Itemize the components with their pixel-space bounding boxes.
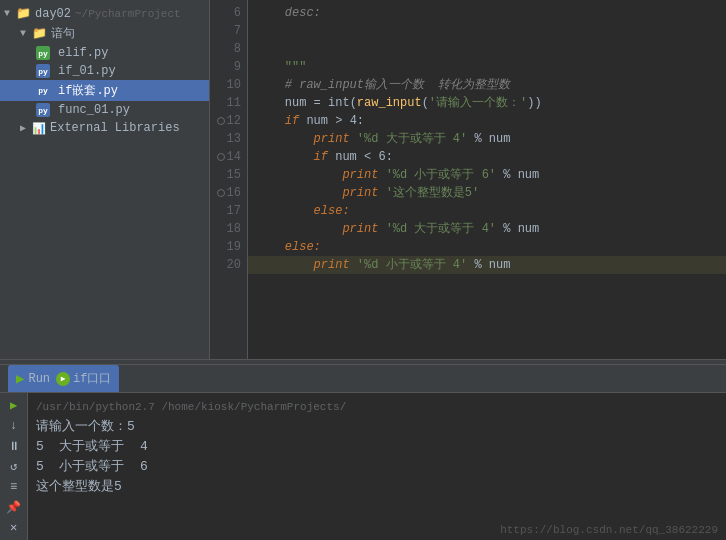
run-output: /usr/bin/python2.7 /home/kiosk/PycharmPr… [28, 393, 726, 524]
code-11-g: )) [527, 94, 541, 112]
code-line-15: print '%d 小于或等于 6' % num [248, 166, 726, 184]
code-9-text: """ [256, 58, 306, 76]
run-settings-btn[interactable]: ≡ [4, 479, 24, 495]
code-13-print: print [256, 130, 357, 148]
run-tab-label: Run [28, 372, 50, 386]
code-20-print: print [256, 256, 357, 274]
code-line-10: # raw_input输入一个数 转化为整型数 [248, 76, 726, 94]
run-tab-run-icon: ▶ [56, 372, 73, 386]
code-line-18: print '%d 大于或等于 4' % num [248, 220, 726, 238]
code-15-op: % num [496, 166, 539, 184]
code-14-if: if [256, 148, 335, 166]
ln-13: 13 [210, 130, 247, 148]
code-line-17: else: [248, 202, 726, 220]
line-numbers: 6 7 8 9 10 11 12 13 14 15 16 17 18 1 [210, 0, 248, 359]
extlibs-label: External Libraries [50, 121, 180, 135]
run-panel: ▶ Run ▶ if口口 ▶ ↓ ⏸ ↺ ≡ 📌 ✕ /usr/bin/pyth… [0, 365, 726, 540]
ln-11: 11 [210, 94, 247, 112]
code-11-e: ( [422, 94, 429, 112]
code-line-12: if num > 4: [248, 112, 726, 130]
run-output-0: 请输入一个数：5 [36, 417, 718, 437]
root-folder-icon: 📁 [16, 6, 31, 21]
elif-icon: py [36, 46, 50, 60]
run-watermark: https://blog.csdn.net/qq_38622229 [28, 524, 726, 540]
run-play-btn[interactable]: ▶ [4, 397, 24, 413]
ifembed-icon: py [36, 84, 50, 98]
sidebar-root[interactable]: ▼ 📁 day02 ~/PycharmProject [0, 4, 209, 23]
sentences-folder-icon: 📁 [32, 26, 47, 41]
code-13-op: % num [467, 130, 510, 148]
run-close-btn[interactable]: ✕ [4, 520, 24, 536]
sidebar-item-func01[interactable]: py func_01.py [0, 101, 209, 119]
ln-19: 19 [210, 238, 247, 256]
ln-8: 8 [210, 40, 247, 58]
sidebar-item-sentences[interactable]: ▼ 📁 谙句 [0, 23, 209, 44]
sidebar-item-if01[interactable]: py if_01.py [0, 62, 209, 80]
sidebar-item-elif[interactable]: py elif.py [0, 44, 209, 62]
code-line-19: else: [248, 238, 726, 256]
code-16-print: print [256, 184, 386, 202]
elif-label: elif.py [58, 46, 108, 60]
run-output-area: /usr/bin/python2.7 /home/kiosk/PycharmPr… [28, 393, 726, 540]
ln-7: 7 [210, 22, 247, 40]
code-area: 6 7 8 9 10 11 12 13 14 15 16 17 18 1 [210, 0, 726, 359]
run-pause-btn[interactable]: ⏸ [4, 438, 24, 454]
code-11-c: ( [350, 94, 357, 112]
ln-6: 6 [210, 4, 247, 22]
code-line-11: num = int(raw_input('请输入一个数：')) [248, 94, 726, 112]
ln-14: 14 [210, 148, 247, 166]
code-line-16: print '这个整型数是5' [248, 184, 726, 202]
code-18-op: % num [496, 220, 539, 238]
run-tab[interactable]: ▶ Run ▶ if口口 [8, 365, 119, 392]
ln-12-marker [217, 117, 225, 125]
if01-icon: py [36, 64, 50, 78]
ln-12: 12 [210, 112, 247, 130]
run-down-btn[interactable]: ↓ [4, 417, 24, 433]
code-6-text: desc: [256, 4, 321, 22]
code-11-d: raw_input [357, 94, 422, 112]
run-output-2: 5 小于或等于 6 [36, 457, 718, 477]
ln-15: 15 [210, 166, 247, 184]
extlibs-icon: 📊 [32, 122, 46, 135]
code-line-13: print '%d 大于或等于 4' % num [248, 130, 726, 148]
main-area: ▼ 📁 day02 ~/PycharmProject ▼ 📁 谙句 py eli… [0, 0, 726, 359]
run-tab-bar: ▶ Run ▶ if口口 [0, 365, 726, 393]
code-13-str: '%d 大于或等于 4' [357, 130, 467, 148]
sentences-label: 谙句 [51, 25, 75, 42]
code-15-print: print [256, 166, 386, 184]
run-rerun-btn[interactable]: ↺ [4, 458, 24, 474]
code-16-str: '这个整型数是5' [386, 184, 480, 202]
ln-9: 9 [210, 58, 247, 76]
code-11-b: int [328, 94, 350, 112]
code-12-cond: num > 4: [306, 112, 364, 130]
run-toolbar: ▶ ↓ ⏸ ↺ ≡ 📌 ✕ [0, 393, 28, 540]
ln-16-marker [217, 189, 225, 197]
code-line-6: desc: [248, 4, 726, 22]
code-11-f: '请输入一个数：' [429, 94, 527, 112]
code-17-else: else: [256, 202, 350, 220]
ln-14-marker [217, 153, 225, 161]
extlibs-arrow: ▶ [20, 122, 32, 134]
root-arrow: ▼ [4, 8, 16, 19]
ln-16: 16 [210, 184, 247, 202]
run-output-1: 5 大于或等于 4 [36, 437, 718, 457]
code-11-a: num = [256, 94, 328, 112]
root-sublabel: ~/PycharmProject [75, 8, 181, 20]
sidebar-item-extlibs[interactable]: ▶ 📊 External Libraries [0, 119, 209, 137]
code-20-op: % num [467, 256, 510, 274]
code-18-print: print [256, 220, 386, 238]
func01-label: func_01.py [58, 103, 130, 117]
run-pin-btn[interactable]: 📌 [4, 499, 24, 515]
code-15-str: '%d 小于或等于 6' [386, 166, 496, 184]
code-10-text: # raw_input输入一个数 转化为整型数 [256, 76, 510, 94]
code-line-7 [248, 22, 726, 40]
code-19-else: else: [256, 238, 321, 256]
run-output-3: 这个整型数是5 [36, 477, 718, 497]
code-lines[interactable]: desc: """ # raw_input输入一个数 转化为整型数 num = [248, 0, 726, 359]
run-content: ▶ ↓ ⏸ ↺ ≡ 📌 ✕ /usr/bin/python2.7 /home/k… [0, 393, 726, 540]
code-18-str: '%d 大于或等于 4' [386, 220, 496, 238]
if01-label: if_01.py [58, 64, 116, 78]
sidebar-item-ifembed[interactable]: py if嵌套.py [0, 80, 209, 101]
code-20-str: '%d 小于或等于 4' [357, 256, 467, 274]
code-12-if: if [256, 112, 306, 130]
